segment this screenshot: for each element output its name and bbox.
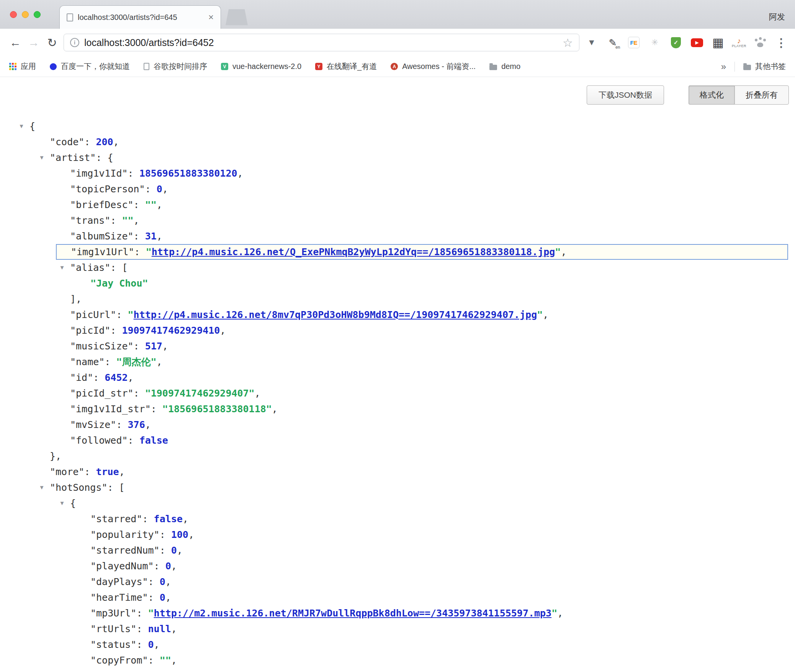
reload-button[interactable]: ↻	[43, 33, 61, 52]
bookmark-youdao[interactable]: Y 在线翻译_有道	[315, 61, 377, 72]
validator-extension-icon[interactable]: ▼	[584, 34, 599, 51]
json-token-punc: : [	[108, 482, 125, 493]
json-token-punc: :	[160, 545, 171, 556]
json-token-key: "hotSongs"	[50, 482, 108, 493]
json-line: ],	[0, 291, 795, 307]
minimize-window-button[interactable]	[22, 11, 29, 18]
json-token-punc: :	[148, 592, 160, 603]
json-token-bool: false	[154, 513, 183, 524]
json-line: "briefDesc": "",	[0, 197, 795, 213]
format-button[interactable]: 格式化	[689, 85, 734, 105]
json-token-str: "	[128, 309, 134, 320]
json-token-punc: ,	[220, 325, 226, 336]
bookmark-label: vue-hackernews-2.0	[232, 62, 301, 71]
json-token-num: 0	[157, 184, 162, 195]
browser-menu-button[interactable]: ⋮	[774, 34, 789, 51]
awesomes-icon: A	[391, 63, 398, 70]
new-tab-button[interactable]	[226, 9, 248, 25]
json-token-str: "	[555, 246, 561, 257]
json-token-punc: ,	[119, 466, 125, 477]
bookmarks-overflow-chevron[interactable]: »	[721, 61, 726, 72]
json-token-punc: ,	[134, 215, 139, 226]
json-url-link[interactable]: http://p4.music.126.net/8mv7qP30Pd3oHW8b…	[134, 309, 537, 320]
baidu-icon	[50, 63, 57, 70]
bookmark-label: 应用	[21, 61, 36, 72]
address-bar[interactable]: i localhost:3000/artists?id=6452 ☆	[64, 34, 579, 51]
json-token-punc: ,	[157, 199, 162, 210]
json-token-key: "id"	[70, 372, 93, 383]
json-token-punc: ,	[171, 561, 177, 572]
bookmark-label: Awesomes - 前端资...	[402, 61, 476, 72]
bookmark-apps[interactable]: 应用	[9, 61, 36, 72]
json-token-punc: :	[134, 246, 146, 257]
download-json-button[interactable]: 下载JSON数据	[587, 85, 664, 105]
json-token-punc: :	[110, 215, 122, 226]
json-line: "Jay Chou"	[0, 275, 795, 291]
json-token-punc: :	[128, 168, 139, 179]
json-token-punc: :	[148, 655, 160, 666]
json-line: "albumSize": 31,	[0, 228, 795, 244]
bookmark-google-sort[interactable]: 谷歌按时间排序	[144, 61, 207, 72]
json-line: "mvSize": 376,	[0, 417, 795, 433]
json-line: "topicPerson": 0,	[0, 181, 795, 197]
json-url-link[interactable]: http://p4.music.126.net/Q_ExePNkmqB2yWyL…	[152, 246, 555, 257]
other-bookmarks-label: 其他书签	[755, 61, 786, 72]
browser-tab[interactable]: localhost:3000/artists?id=645 ×	[59, 5, 221, 29]
json-token-str: "周杰伦"	[116, 356, 156, 367]
collapse-arrow-icon[interactable]: ▼	[58, 260, 66, 275]
bookmark-star-icon[interactable]: ☆	[563, 36, 573, 49]
tab-close-icon[interactable]: ×	[208, 13, 214, 22]
youtube-extension-icon[interactable]: ▶	[689, 34, 705, 51]
json-token-punc: ,	[255, 388, 260, 399]
bookmarks-bar: 应用 百度一下，你就知道 谷歌按时间排序 V vue-hackernews-2.…	[0, 56, 795, 77]
bookmark-label: 谷歌按时间排序	[154, 61, 207, 72]
bookmark-awesomes[interactable]: A Awesomes - 前端资...	[391, 61, 476, 72]
json-token-punc: :	[142, 513, 154, 524]
collapse-arrow-icon[interactable]: ▼	[38, 480, 46, 495]
bookmark-baidu[interactable]: 百度一下，你就知道	[50, 61, 130, 72]
json-token-punc: ,	[188, 529, 194, 540]
json-token-key: "name"	[70, 356, 105, 367]
json-token-num: 200	[96, 136, 113, 148]
json-token-str: "Jay Chou"	[90, 278, 148, 289]
bookmark-vue-hackernews[interactable]: V vue-hackernews-2.0	[221, 62, 301, 71]
json-token-punc: :	[134, 341, 145, 352]
json-line: "copyFrom": "",	[0, 652, 795, 668]
profile-name[interactable]: 阿发	[769, 11, 785, 22]
json-token-key: "trans"	[70, 215, 110, 226]
url-text[interactable]: localhost:3000/artists?id=6452	[84, 37, 558, 48]
json-line: "starredNum": 0,	[0, 543, 795, 558]
json-token-punc: :	[84, 466, 96, 477]
collapse-arrow-icon[interactable]: ▼	[58, 495, 66, 511]
bookmark-demo-folder[interactable]: demo	[489, 62, 520, 71]
json-url-link[interactable]: http://m2.music.126.net/RMJR7wDullRqppBk…	[154, 608, 552, 619]
bookmark-label: 百度一下，你就知道	[61, 61, 130, 72]
json-token-punc: :	[134, 388, 145, 399]
json-line: "mp3Url": "http://m2.music.126.net/RMJR7…	[0, 605, 795, 621]
fehelper-extension-icon[interactable]: FE	[626, 34, 641, 51]
json-token-punc: :	[160, 529, 171, 540]
back-button[interactable]: ←	[6, 33, 25, 52]
page-info-icon[interactable]: i	[70, 38, 79, 47]
player-label: PLAYER	[732, 44, 746, 48]
json-token-punc: ,	[113, 136, 119, 148]
qrcode-extension-icon[interactable]: ▦	[710, 34, 726, 51]
json-token-punc: ,	[171, 623, 177, 634]
json-token-punc: ,	[128, 372, 134, 383]
player-extension-icon[interactable]: ♪ PLAYER	[731, 34, 747, 51]
translate-extension-icon[interactable]: ✎ en	[605, 34, 620, 51]
collapse-arrow-icon[interactable]: ▼	[17, 118, 26, 134]
zoom-window-button[interactable]	[34, 11, 41, 18]
collapse-arrow-icon[interactable]: ▼	[38, 150, 46, 166]
json-line: ▼{	[0, 118, 795, 134]
collapse-all-button[interactable]: 折叠所有	[734, 85, 789, 105]
json-token-punc: :	[136, 639, 148, 650]
close-window-button[interactable]	[10, 11, 17, 18]
json-line: "name": "周杰伦",	[0, 354, 795, 370]
adguard-extension-icon[interactable]: ✓	[668, 34, 684, 51]
json-token-punc: ,	[165, 576, 171, 587]
json-token-num: 376	[128, 419, 145, 430]
other-bookmarks-folder[interactable]: 其他书签	[743, 61, 786, 72]
unknown-extension-icon[interactable]: ✳	[647, 34, 662, 51]
paw-extension-icon[interactable]	[752, 34, 768, 51]
